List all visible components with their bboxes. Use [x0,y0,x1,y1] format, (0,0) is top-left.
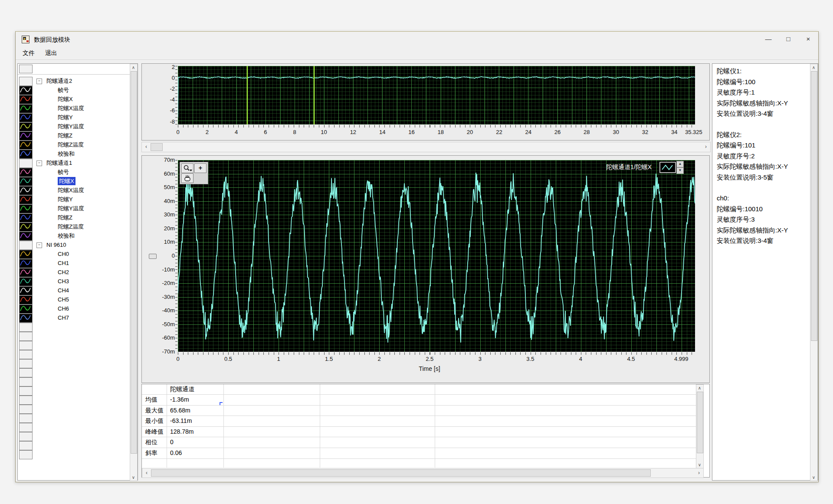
tree-expander-icon[interactable]: − [36,160,42,166]
plot-style-icon[interactable] [19,250,33,259]
tree-item-label[interactable]: CH7 [58,314,69,322]
plot-style-icon[interactable] [19,186,33,195]
info-scrollbar[interactable]: ∧ ∨ [810,64,818,481]
plot-style-icon[interactable] [19,286,33,295]
titlebar[interactable]: 数据回放模块 — □ × [16,32,818,47]
tree-item-label[interactable]: CH2 [58,268,69,276]
plot-style-icon[interactable] [19,232,33,241]
plot-style-icon[interactable] [19,277,33,286]
plot-style-icon[interactable] [19,131,33,141]
stat-row-value[interactable]: 0 [170,439,174,445]
tree-item-label[interactable]: 陀螺Z [58,213,72,222]
overview-scroll-right-icon[interactable]: › [703,144,709,150]
tree-scroll-thumb[interactable] [131,71,137,454]
plot-style-icon[interactable] [19,141,33,150]
tree-scroll-down-icon[interactable]: ∨ [131,475,136,480]
info-scroll-thumb[interactable] [811,71,817,341]
plot-style-icon[interactable] [19,113,33,122]
plot-style-icon[interactable] [19,195,33,204]
stat-row-value[interactable]: 65.68m [170,407,190,414]
info-text-line: ch0: [717,194,729,202]
tree-item-label[interactable]: CH4 [58,286,69,295]
overview-scroll-thumb[interactable] [151,143,163,151]
tree-item-label[interactable]: 帧号 [58,168,69,176]
stat-row-value[interactable]: -63.11m [170,417,192,424]
plot-style-icon[interactable] [19,86,33,95]
tree-item-label[interactable]: 陀螺X温度 [58,186,84,194]
stats-v-thumb[interactable] [697,392,703,453]
tree-item-label[interactable]: 陀螺Z温度 [58,141,84,149]
plot-style-icon[interactable] [19,104,33,113]
plot-style-icon[interactable] [19,304,33,314]
minimize-button[interactable]: — [758,32,778,47]
stats-h-thumb[interactable] [151,469,651,477]
plot-style-icon[interactable] [19,168,33,177]
overview-y-ticks [175,66,177,124]
plot-style-icon[interactable] [19,204,33,213]
plot-style-icon[interactable] [19,213,33,223]
plot-style-icon[interactable] [19,268,33,277]
info-panel: 陀螺仪1:陀螺编号:100灵敏度序号:1实际陀螺敏感轴指向:X-Y安装位置说明:… [712,63,818,481]
tree-group-label[interactable]: 陀螺通道1 [46,159,72,167]
plot-style-icon[interactable] [19,314,33,323]
y-axis-lock-button[interactable] [149,254,157,259]
main-plot[interactable] [178,160,695,352]
tree-scrollbar[interactable]: ∧ ∨ [130,64,138,481]
tree-item-label[interactable]: 陀螺Z [58,131,72,140]
plot-style-icon[interactable] [19,295,33,304]
stats-scroll-down-icon[interactable]: ∨ [697,462,702,467]
plot-style-icon[interactable] [19,259,33,268]
stat-row-value[interactable]: 0.06 [170,449,182,456]
overview-scroll-left-icon[interactable]: ‹ [143,144,149,150]
plot-style-icon[interactable] [19,122,33,131]
tree-item-label[interactable]: 陀螺Y [58,113,73,121]
pan-tool-icon[interactable] [181,173,193,183]
tree-item-label[interactable]: 校验和 [58,150,75,158]
zoom-tool-icon[interactable] [181,164,193,173]
stat-row-value[interactable]: 128.78m [170,428,193,435]
tree-item-label[interactable]: 帧号 [58,86,69,94]
legend-scroll-down-icon[interactable]: ▼ [676,167,684,174]
legend-plot-sample[interactable] [659,162,676,173]
tree-scroll-up-icon[interactable]: ∧ [131,65,136,70]
tree-item-label[interactable]: 陀螺Z温度 [58,223,84,231]
tree-expander-icon[interactable]: − [36,79,42,84]
stats-scroll-up-icon[interactable]: ∧ [697,386,702,390]
tree-group-label[interactable]: 陀螺通道2 [46,77,72,85]
plot-style-icon[interactable] [19,150,33,159]
cursor-tool-icon[interactable]: + [194,164,207,173]
overview-h-scrollbar[interactable]: ‹ › [141,142,711,152]
overview-plot[interactable] [178,66,695,124]
stats-h-scrollbar[interactable]: ‹ › [142,468,704,478]
tree-item-label[interactable]: 陀螺Y温度 [58,204,84,213]
close-button[interactable]: × [798,32,818,47]
edit-cursor-artifact [220,402,223,405]
tree-item-label[interactable]: CH3 [58,277,69,285]
tree-group-label[interactable]: NI 9610 [46,241,66,249]
tree-item-label[interactable]: 陀螺Y温度 [58,122,84,131]
stat-row-value[interactable]: -1.36m [170,396,189,403]
tree-item-label[interactable]: 陀螺X [58,177,75,185]
x-tick-label: 12 [339,129,367,135]
maximize-button[interactable]: □ [778,32,798,47]
tree-item-label[interactable]: CH6 [58,304,69,313]
tree-item-label[interactable]: 校验和 [58,232,75,240]
info-scroll-up-icon[interactable]: ∧ [811,65,817,70]
tree-item-label[interactable]: 陀螺X [58,95,73,103]
stats-scroll-right-icon[interactable]: › [696,470,702,476]
tree-item-label[interactable]: 陀螺Y [58,195,73,203]
tree-item-label[interactable]: CH0 [58,250,69,258]
tree-item-label[interactable]: 陀螺X温度 [58,104,84,112]
info-scroll-down-icon[interactable]: ∨ [811,475,817,480]
legend-scroll-up-icon[interactable]: ▲ [676,161,684,167]
plot-style-icon[interactable] [19,223,33,232]
menu-file[interactable]: 文件 [18,47,39,59]
tree-item-label[interactable]: CH5 [58,295,69,304]
stats-scroll-left-icon[interactable]: ‹ [144,470,150,476]
plot-style-icon[interactable] [19,95,33,104]
tree-item-label[interactable]: CH1 [58,259,69,267]
menu-exit[interactable]: 退出 [41,47,62,59]
tree-expander-icon[interactable]: − [36,242,42,248]
stats-v-scrollbar[interactable]: ∧ ∨ [696,384,704,468]
plot-style-icon[interactable] [19,177,33,186]
